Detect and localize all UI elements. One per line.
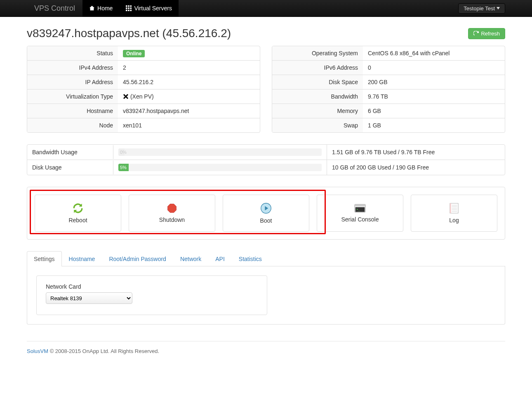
brand: VPS Control xyxy=(27,4,82,13)
bw-value: 9.76 TB xyxy=(363,89,505,104)
tab-settings[interactable]: Settings xyxy=(27,251,62,266)
shutdown-icon xyxy=(167,203,177,213)
right-info-table: Operating SystemCentOS 6.8 x86_64 with c… xyxy=(272,46,505,133)
user-name: Testopie Test xyxy=(464,5,495,12)
swap-label: Swap xyxy=(272,118,363,132)
tab-statistics[interactable]: Statistics xyxy=(232,251,269,266)
user-menu[interactable]: Testopie Test xyxy=(458,3,505,14)
node-label: Node xyxy=(27,118,118,132)
log-icon xyxy=(450,203,459,214)
disk-progress-fill: 5% xyxy=(118,164,129,171)
disk-usage-text: 10 GB of 200 GB Used / 190 GB Free xyxy=(327,160,505,175)
bw-progress-fill: 0% xyxy=(118,148,125,156)
tab-hostname[interactable]: Hostname xyxy=(62,251,102,266)
disk-value: 200 GB xyxy=(363,75,505,89)
svg-rect-4 xyxy=(128,7,130,9)
svg-rect-8 xyxy=(130,10,132,12)
virt-label: Virtualization Type xyxy=(27,89,118,104)
status-badge: Online xyxy=(123,50,145,57)
refresh-label: Refresh xyxy=(481,31,500,37)
mem-label: Memory xyxy=(272,104,363,118)
os-value: CentOS 6.8 x86_64 with cPanel xyxy=(363,46,505,60)
svg-rect-1 xyxy=(128,5,130,7)
bw-usage-text: 1.51 GB of 9.76 TB Used / 9.76 TB Free xyxy=(327,145,505,160)
mem-value: 6 GB xyxy=(363,104,505,118)
nav-home[interactable]: Home xyxy=(82,0,119,16)
navbar: VPS Control Home Virtual Servers Testopi… xyxy=(0,0,532,17)
ip-value: 45.56.216.2 xyxy=(118,75,260,89)
ipv4-label: IPv4 Address xyxy=(27,61,118,75)
svg-rect-17 xyxy=(450,203,451,213)
svg-rect-13 xyxy=(355,204,365,206)
log-label: Log xyxy=(449,217,459,224)
ipv6-value: 0 xyxy=(363,61,505,75)
console-label: Serial Console xyxy=(341,216,379,223)
boot-label: Boot xyxy=(260,217,272,224)
reboot-icon xyxy=(73,203,83,214)
tab-network[interactable]: Network xyxy=(173,251,208,266)
hostname-label: Hostname xyxy=(27,104,118,118)
footer-brand-link[interactable]: SolusVM xyxy=(27,348,48,354)
reboot-label: Reboot xyxy=(68,217,87,224)
boot-button[interactable]: Boot xyxy=(223,195,309,232)
boot-icon xyxy=(260,202,272,214)
xen-icon xyxy=(123,94,129,99)
svg-marker-9 xyxy=(168,204,177,213)
swap-value: 1 GB xyxy=(363,118,505,132)
caret-down-icon xyxy=(497,7,500,9)
serial-console-button[interactable]: >_ Serial Console xyxy=(317,195,403,232)
ip-label: IP Address xyxy=(27,75,118,89)
nav-virtual-servers[interactable]: Virtual Servers xyxy=(119,0,179,16)
footer-copy: © 2008-2015 OnApp Ltd. All Rights Reserv… xyxy=(48,348,159,354)
grid-icon xyxy=(126,5,132,11)
refresh-button[interactable]: Refresh xyxy=(468,28,505,39)
svg-rect-2 xyxy=(130,5,132,7)
status-label: Status xyxy=(27,46,118,60)
nic-select[interactable]: Realtek 8139 xyxy=(46,292,132,304)
virt-value: (Xen PV) xyxy=(118,89,260,104)
left-info-table: StatusOnline IPv4 Address2 IP Address45.… xyxy=(27,46,260,133)
hostname-value: v839247.hostpapavps.net xyxy=(118,104,260,118)
svg-rect-0 xyxy=(126,5,127,7)
shutdown-label: Shutdown xyxy=(159,216,185,223)
usage-table: Bandwidth Usage 0% 1.51 GB of 9.76 TB Us… xyxy=(27,144,505,175)
home-icon xyxy=(89,5,95,11)
disk-usage-label: Disk Usage xyxy=(27,160,113,175)
settings-panel: Network Card Realtek 8139 xyxy=(27,266,505,325)
bw-label: Bandwidth xyxy=(272,89,363,104)
svg-rect-3 xyxy=(126,7,127,9)
nav-vservers-label: Virtual Servers xyxy=(134,5,172,12)
ipv6-label: IPv6 Address xyxy=(272,61,363,75)
tab-api[interactable]: API xyxy=(208,251,232,266)
footer: SolusVM © 2008-2015 OnApp Ltd. All Right… xyxy=(27,341,505,361)
tab-password[interactable]: Root/Admin Password xyxy=(102,251,173,266)
svg-text:>_: >_ xyxy=(356,208,360,211)
svg-rect-7 xyxy=(128,10,130,12)
node-value: xen101 xyxy=(118,118,260,132)
reboot-button[interactable]: Reboot xyxy=(35,195,121,232)
svg-rect-6 xyxy=(126,10,127,12)
tabs: Settings Hostname Root/Admin Password Ne… xyxy=(27,251,505,266)
console-icon: >_ xyxy=(354,204,366,213)
page-title: v839247.hostpapavps.net (45.56.216.2) xyxy=(27,27,231,40)
bw-usage-label: Bandwidth Usage xyxy=(27,145,113,160)
svg-rect-5 xyxy=(130,7,132,9)
ipv4-value: 2 xyxy=(118,61,260,75)
actions-panel: Reboot Shutdown Boot >_ Serial Console L… xyxy=(27,187,505,240)
os-label: Operating System xyxy=(272,46,363,60)
bw-progress: 0% xyxy=(118,148,322,156)
refresh-icon xyxy=(473,31,479,36)
shutdown-button[interactable]: Shutdown xyxy=(129,195,215,232)
nav-home-label: Home xyxy=(97,5,113,12)
disk-label: Disk Space xyxy=(272,75,363,89)
disk-progress: 5% xyxy=(118,164,322,171)
nic-label: Network Card xyxy=(46,283,258,290)
log-button[interactable]: Log xyxy=(411,195,497,232)
